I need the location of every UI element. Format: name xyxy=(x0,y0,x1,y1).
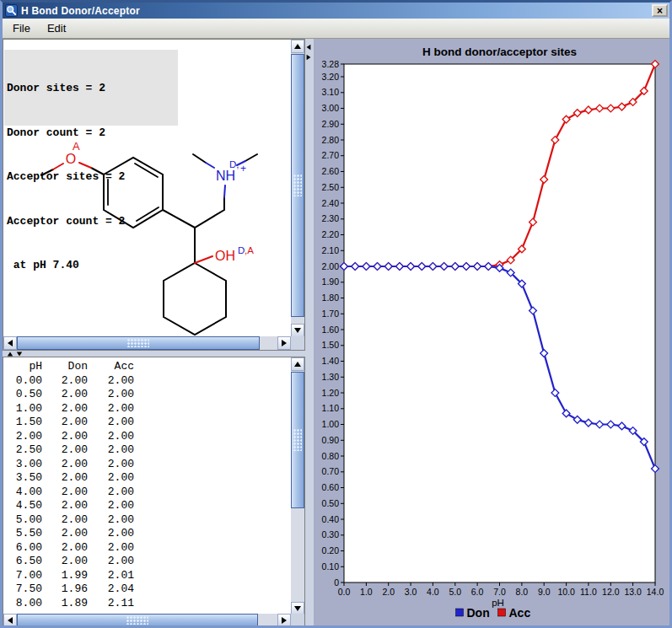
amine-label: NH xyxy=(216,169,235,183)
table-row: 7.001.992.01 xyxy=(3,569,293,583)
table-cell: 0.00 xyxy=(3,374,42,389)
svg-text:2.70: 2.70 xyxy=(322,150,340,160)
main-content: A O NH D, + OH D ,A Donor sites = 2 Dono… xyxy=(3,39,669,625)
table-cell: 7.00 xyxy=(3,569,42,583)
svg-text:1.20: 1.20 xyxy=(322,388,340,398)
table-row: 4.502.002.00 xyxy=(3,499,293,513)
table-row: 4.002.002.00 xyxy=(3,486,293,500)
svg-text:1.10: 1.10 xyxy=(322,403,340,413)
table-cell: 1.50 xyxy=(3,416,42,430)
table-cell: 2.00 xyxy=(42,486,88,500)
table-cell: 2.50 xyxy=(3,443,42,458)
split-collapse-right-arrow[interactable] xyxy=(307,55,311,60)
info-line-acceptor-count: Acceptor count = 2 xyxy=(7,214,178,229)
table-row: 1.002.002.00 xyxy=(3,402,293,416)
window-title: H Bond Donor/Acceptor xyxy=(21,5,652,17)
svg-text:4.0: 4.0 xyxy=(427,587,439,597)
thumb-grip xyxy=(127,339,149,347)
svg-text:0: 0 xyxy=(334,577,339,588)
title-bar: H Bond Donor/Acceptor × xyxy=(3,3,669,19)
svg-text:3.28: 3.28 xyxy=(322,59,340,69)
svg-text:1.60: 1.60 xyxy=(322,325,340,335)
split-collapse-up-arrow[interactable] xyxy=(8,352,13,357)
table-cell: 2.00 xyxy=(42,555,88,569)
scroll-down-button[interactable] xyxy=(291,324,304,337)
scroll-right-button[interactable] xyxy=(277,336,291,350)
table-panel: pH Don Acc 0.002.002.000.502.002.001.002… xyxy=(3,357,305,628)
scroll-up-button[interactable] xyxy=(291,40,304,53)
col-header-don: Don xyxy=(42,360,88,374)
svg-text:0.10: 0.10 xyxy=(322,561,340,572)
table-cell: 2.00 xyxy=(88,486,134,500)
table-cell: 3.00 xyxy=(3,458,42,472)
vertical-split-divider[interactable] xyxy=(305,39,314,628)
horizontal-split-divider[interactable] xyxy=(3,351,305,357)
table-cell: 5.50 xyxy=(3,527,42,541)
close-button[interactable]: × xyxy=(652,4,668,17)
svg-text:9.0: 9.0 xyxy=(538,587,551,597)
svg-text:1.30: 1.30 xyxy=(322,372,340,382)
menu-edit[interactable]: Edit xyxy=(40,20,73,36)
svg-text:0.80: 0.80 xyxy=(322,451,340,461)
table-cell: 2.00 xyxy=(42,458,88,472)
svg-text:pH: pH xyxy=(492,598,504,608)
svg-text:0.90: 0.90 xyxy=(322,435,340,445)
left-arrow-icon xyxy=(8,617,13,624)
table-cell: 2.00 xyxy=(42,513,88,528)
split-collapse-down-arrow[interactable] xyxy=(17,352,22,357)
table-cell: 2.00 xyxy=(42,388,88,402)
split-collapse-left-arrow[interactable] xyxy=(307,45,311,50)
table-vscrollbar xyxy=(291,357,304,615)
table-cell: 0.50 xyxy=(3,388,42,402)
thumb-grip xyxy=(293,174,302,196)
svg-text:0.0: 0.0 xyxy=(338,587,351,597)
table-hscrollbar xyxy=(3,614,291,627)
svg-text:1.50: 1.50 xyxy=(322,340,340,350)
svg-text:10.0: 10.0 xyxy=(557,587,575,597)
scroll-up-button[interactable] xyxy=(291,357,304,371)
svg-text:14.0: 14.0 xyxy=(647,587,664,597)
svg-text:2.30: 2.30 xyxy=(322,213,340,223)
table-cell: 2.00 xyxy=(88,527,134,541)
menu-file[interactable]: File xyxy=(6,20,37,36)
svg-text:3.00: 3.00 xyxy=(322,103,340,113)
scroll-left-button[interactable] xyxy=(3,336,17,350)
table-row: 6.502.002.00 xyxy=(3,555,293,569)
ph-table: pH Don Acc 0.002.002.000.502.002.001.002… xyxy=(3,360,293,610)
table-row: 0.502.002.00 xyxy=(3,388,293,402)
svg-text:2.0: 2.0 xyxy=(382,587,395,597)
svg-text:2.40: 2.40 xyxy=(322,198,340,208)
svg-text:H bond donor/acceptor sites: H bond donor/acceptor sites xyxy=(422,46,577,58)
thumb-grip xyxy=(126,616,148,625)
table-cell: 2.00 xyxy=(88,416,134,430)
scrollbar-thumb[interactable] xyxy=(291,54,304,317)
up-arrow-icon xyxy=(294,44,301,49)
table-cell: 2.00 xyxy=(42,541,88,556)
svg-text:0.60: 0.60 xyxy=(322,482,340,492)
scrollbar-thumb[interactable] xyxy=(291,372,304,508)
table-cell: 2.00 xyxy=(88,402,134,416)
scrollbar-thumb[interactable] xyxy=(17,336,260,350)
table-cell: 2.00 xyxy=(42,416,88,430)
table-row: 7.501.962.04 xyxy=(3,582,293,597)
table-cell: 2.00 xyxy=(88,471,134,486)
molecule-vscrollbar xyxy=(291,40,304,337)
svg-text:0.70: 0.70 xyxy=(322,466,340,476)
col-header-ph: pH xyxy=(3,360,42,374)
hydroxyl-site-a-label: ,A xyxy=(245,245,254,255)
table-cell: 2.11 xyxy=(88,597,134,611)
svg-text:Don: Don xyxy=(467,606,490,620)
table-cell: 8.00 xyxy=(3,597,42,611)
right-arrow-icon xyxy=(282,340,287,346)
scroll-left-button[interactable] xyxy=(3,614,17,627)
right-arrow-icon xyxy=(282,617,287,624)
table-row: 0.002.002.00 xyxy=(3,374,293,389)
table-cell: 2.00 xyxy=(88,374,134,389)
table-cell: 2.00 xyxy=(88,513,134,528)
down-arrow-icon xyxy=(294,328,301,333)
table-row: 3.002.002.00 xyxy=(3,458,293,472)
scroll-right-button[interactable] xyxy=(277,614,291,627)
app-window: H Bond Donor/Acceptor × File Edit xyxy=(0,0,672,628)
svg-text:2.10: 2.10 xyxy=(322,245,340,255)
scrollbar-thumb[interactable] xyxy=(17,614,258,627)
